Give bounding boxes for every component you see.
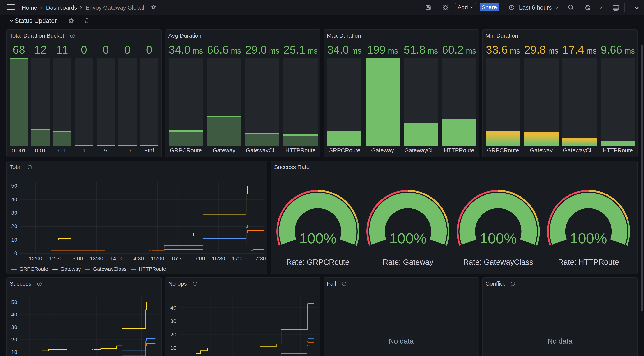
svg-text:100%: 100% [480, 230, 517, 246]
svg-text:30: 30 [11, 324, 17, 330]
svg-text:30: 30 [170, 318, 176, 324]
svg-text:40: 40 [11, 312, 17, 318]
svg-text:20: 20 [170, 332, 176, 337]
svg-text:15:30: 15:30 [171, 255, 184, 261]
svg-text:14:30: 14:30 [130, 255, 144, 261]
svg-text:15:00: 15:00 [151, 255, 164, 261]
svg-text:10: 10 [11, 349, 17, 355]
svg-text:13:30: 13:30 [90, 255, 103, 261]
svg-text:10: 10 [170, 345, 176, 351]
svg-text:17:00: 17:00 [232, 255, 246, 261]
svg-text:13:00: 13:00 [70, 255, 83, 261]
svg-text:100%: 100% [389, 230, 426, 246]
svg-text:16:30: 16:30 [212, 255, 225, 261]
svg-text:40: 40 [170, 305, 176, 311]
svg-text:17:30: 17:30 [252, 255, 266, 261]
svg-text:100%: 100% [299, 230, 336, 246]
svg-text:14:00: 14:00 [110, 255, 124, 261]
svg-text:20: 20 [11, 223, 17, 229]
svg-text:10: 10 [11, 237, 17, 243]
svg-text:12:00: 12:00 [29, 255, 42, 261]
svg-text:16:00: 16:00 [192, 255, 205, 261]
svg-text:0: 0 [14, 250, 17, 256]
svg-text:20: 20 [11, 337, 17, 342]
svg-text:12:30: 12:30 [49, 255, 62, 261]
svg-text:50: 50 [11, 299, 17, 305]
svg-text:30: 30 [11, 210, 17, 216]
svg-text:40: 40 [11, 196, 17, 202]
svg-text:50: 50 [11, 183, 17, 189]
svg-text:100%: 100% [570, 230, 607, 246]
